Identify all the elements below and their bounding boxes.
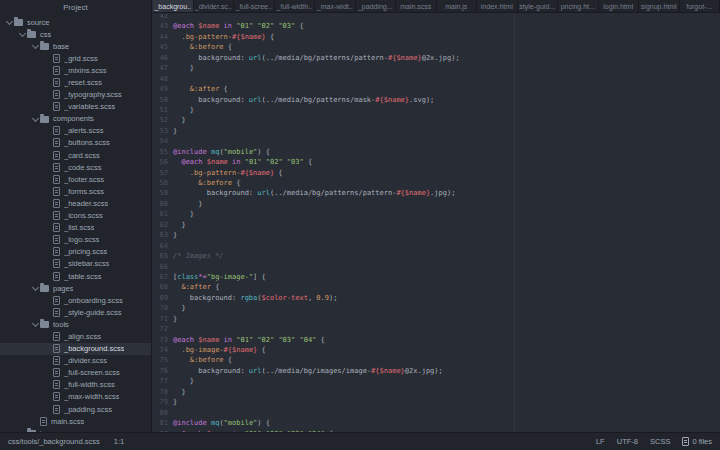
tree-item-icons-scss[interactable]: _icons.scss: [0, 210, 151, 222]
code-line[interactable]: 80: [153, 408, 720, 418]
code-line[interactable]: 63}: [153, 230, 720, 240]
tree-item-tools[interactable]: tools: [0, 318, 151, 330]
code-line[interactable]: 57 .bg-pattern-#{$name} {: [153, 168, 720, 178]
code-line[interactable]: 61 }: [153, 209, 720, 219]
code-line[interactable]: 59 background: url(../media/bg/patterns/…: [153, 188, 720, 198]
chevron-down-icon[interactable]: [32, 320, 40, 328]
code-line[interactable]: 60 }: [153, 199, 720, 209]
code-line[interactable]: 49 &:after {: [153, 84, 720, 94]
tree-item-table-scss[interactable]: _table.scss: [0, 270, 151, 282]
code-line[interactable]: 54: [153, 136, 720, 146]
code-line[interactable]: 44 .bg-pattern-#{$name} {: [153, 32, 720, 42]
tab-login-html[interactable]: login.html: [599, 0, 640, 12]
code-line[interactable]: 70 }: [153, 303, 720, 313]
code-line[interactable]: 65/* Images */: [153, 251, 720, 261]
chevron-down-icon[interactable]: [32, 115, 40, 123]
code-line[interactable]: 72: [153, 324, 720, 334]
code-line[interactable]: 46 background: url(../media/bg/patterns/…: [153, 53, 720, 63]
tab-style-guid[interactable]: style-guid...: [518, 0, 559, 12]
tree-item-typography-scss[interactable]: _typography.scss: [0, 89, 151, 101]
tree-item-code-scss[interactable]: _code.scss: [0, 161, 151, 173]
code-line[interactable]: 77 }: [153, 376, 720, 386]
code-line[interactable]: 68 &:after {: [153, 282, 720, 292]
git-status[interactable]: 0 files: [682, 437, 712, 446]
tree-item-mixins-scss[interactable]: _mixins.scss: [0, 64, 151, 76]
code-line[interactable]: 81@include mq("mobile") {: [153, 418, 720, 428]
tab-signup-html[interactable]: signup.html: [639, 0, 680, 12]
tree-item-buttons-scss[interactable]: _buttons.scss: [0, 137, 151, 149]
tab-pricing-ht[interactable]: pricing.ht...: [558, 0, 599, 12]
code-line[interactable]: 76 background: url(../media/bg/images/im…: [153, 366, 720, 376]
chevron-down-icon[interactable]: [19, 30, 27, 38]
chevron-down-icon[interactable]: [6, 18, 14, 26]
tree-item-divider-scss[interactable]: _divider.scss: [0, 355, 151, 367]
code-line[interactable]: 47 }: [153, 63, 720, 73]
code-line[interactable]: 55@include mq("mobile") {: [153, 147, 720, 157]
tree-item-grid-scss[interactable]: _grid.scss: [0, 52, 151, 64]
tree-item-list-scss[interactable]: _list.scss: [0, 222, 151, 234]
tab-forgot[interactable]: forgot-...: [680, 0, 720, 12]
chevron-down-icon[interactable]: [32, 284, 40, 292]
code-line[interactable]: 73@each $name in "01" "02" "03" "04" {: [153, 335, 720, 345]
tree-item-style-guide-scss[interactable]: _style-guide.scss: [0, 306, 151, 318]
tree-item-padding-scss[interactable]: _padding.scss: [0, 403, 151, 415]
tree-item-alerts-scss[interactable]: _alerts.scss: [0, 125, 151, 137]
tree-item-full-screen-scss[interactable]: _full-screen.scss: [0, 367, 151, 379]
tree-item-full-width-scss[interactable]: _full-width.scss: [0, 379, 151, 391]
tree-item-components[interactable]: components: [0, 113, 151, 125]
code-line[interactable]: 56 @each $name in "01" "02" "03" {: [153, 157, 720, 167]
tab-divider-sc[interactable]: _divider.sc..: [194, 0, 235, 12]
code-line[interactable]: 69 background: rgba($color-text, 0.9);: [153, 293, 720, 303]
code-line[interactable]: 48: [153, 74, 720, 84]
tab-main-scss[interactable]: main.scss: [396, 0, 437, 12]
code-line[interactable]: 53}: [153, 126, 720, 136]
code-line[interactable]: 64: [153, 241, 720, 251]
tree-item-align-scss[interactable]: _align.scss: [0, 330, 151, 342]
tree-item-logo-scss[interactable]: _logo.scss: [0, 234, 151, 246]
code-line[interactable]: 45 &:before {: [153, 42, 720, 52]
tree-item-pricing-scss[interactable]: _pricing.scss: [0, 246, 151, 258]
code-line[interactable]: 74 .bg-image-#{$name} {: [153, 345, 720, 355]
chevron-down-icon[interactable]: [32, 42, 40, 50]
status-encoding[interactable]: UTF-8: [617, 437, 638, 446]
code-line[interactable]: 67[class*="bg-image-"] {: [153, 272, 720, 282]
code-line[interactable]: 75 &:before {: [153, 355, 720, 365]
code-line[interactable]: 78 }: [153, 387, 720, 397]
code-line[interactable]: 42: [153, 14, 720, 21]
code-line[interactable]: 58 &:before {: [153, 178, 720, 188]
tree-item-card-scss[interactable]: _card.scss: [0, 149, 151, 161]
tree-item-base[interactable]: base: [0, 40, 151, 52]
tab-max-widt[interactable]: _max-widt..: [315, 0, 356, 12]
tree-item-variables-scss[interactable]: _variables.scss: [0, 101, 151, 113]
code-line[interactable]: 79}: [153, 397, 720, 407]
code-line[interactable]: 66: [153, 262, 720, 272]
tree-item-sidebar-scss[interactable]: _sidebar.scss: [0, 258, 151, 270]
tree-item-max-width-scss[interactable]: _max-width.scss: [0, 391, 151, 403]
tab-full-width[interactable]: _full-width..: [275, 0, 316, 12]
tab-padding[interactable]: _padding...: [356, 0, 397, 12]
tree-item-css[interactable]: css: [0, 28, 151, 40]
status-grammar[interactable]: SCSS: [650, 437, 670, 446]
tab-backgrou[interactable]: _backgrou..: [153, 0, 194, 12]
tree-item-onboarding-scss[interactable]: _onboarding.scss: [0, 294, 151, 306]
tree-item-main-scss[interactable]: main.scss: [0, 415, 151, 427]
code-line[interactable]: 50 background: url(../media/bg/patterns/…: [153, 95, 720, 105]
tree-item-source[interactable]: source: [0, 16, 151, 28]
tab-main-js[interactable]: main.js: [437, 0, 478, 12]
tab-full-scree[interactable]: _full-scree..: [234, 0, 275, 12]
code-line[interactable]: 62 }: [153, 220, 720, 230]
tree-item-background-scss[interactable]: _background.scss: [0, 343, 151, 355]
tree-item-reset-scss[interactable]: _reset.scss: [0, 76, 151, 88]
status-line-ending[interactable]: LF: [596, 437, 605, 446]
code-line[interactable]: 43@each $name in "01" "02" "03" {: [153, 21, 720, 31]
tree-item-header-scss[interactable]: _header.scss: [0, 197, 151, 209]
code-line[interactable]: 51 }: [153, 105, 720, 115]
status-cursor-position[interactable]: 1:1: [114, 437, 124, 446]
tab-index-html[interactable]: index.html: [477, 0, 518, 12]
tree-item-pages[interactable]: pages: [0, 282, 151, 294]
code-line[interactable]: 52 }: [153, 115, 720, 125]
code-editor[interactable]: 4243@each $name in "01" "02" "03" {44 .b…: [153, 14, 720, 432]
tree-item-footer-scss[interactable]: _footer.scss: [0, 173, 151, 185]
code-line[interactable]: 71}: [153, 314, 720, 324]
tree-item-forms-scss[interactable]: _forms.scss: [0, 185, 151, 197]
